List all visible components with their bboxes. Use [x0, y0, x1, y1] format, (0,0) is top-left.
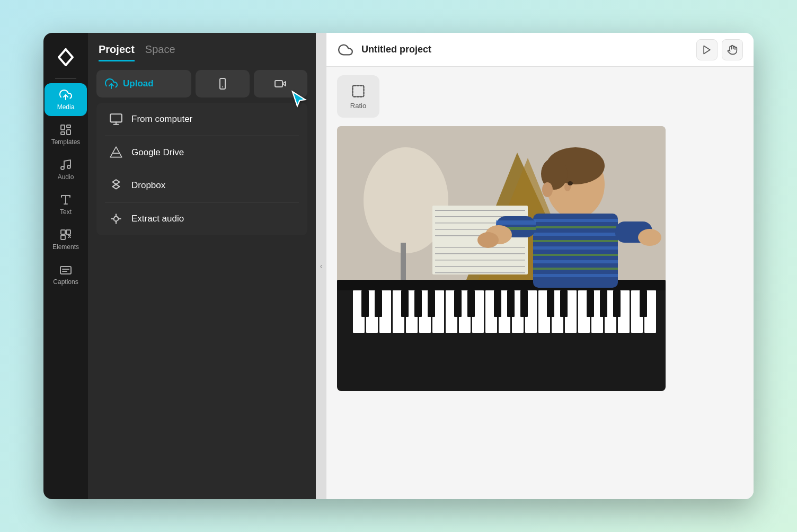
svg-rect-9: [61, 230, 65, 234]
svg-rect-69: [547, 290, 554, 317]
app-container: Media Templates Audio: [43, 33, 754, 499]
cloud-icon: [337, 41, 354, 58]
sidebar-item-text[interactable]: Text: [45, 188, 87, 221]
svg-rect-67: [507, 290, 515, 317]
upload-button-label: Upload: [123, 78, 154, 89]
svg-rect-68: [520, 290, 528, 317]
svg-rect-97: [533, 246, 618, 250]
svg-marker-25: [113, 180, 120, 189]
upload-row: Upload: [96, 70, 307, 97]
svg-marker-23: [110, 147, 122, 157]
play-button[interactable]: [696, 39, 718, 60]
icon-rail: Media Templates Audio: [43, 33, 88, 499]
sidebar-item-elements-label: Elements: [52, 243, 79, 251]
svg-rect-12: [60, 267, 71, 274]
svg-rect-60: [375, 290, 382, 317]
svg-rect-65: [467, 290, 475, 317]
svg-rect-99: [533, 260, 618, 263]
collapse-panel-button[interactable]: ‹: [316, 33, 326, 499]
svg-rect-94: [533, 226, 618, 228]
sidebar-item-media-label: Media: [57, 103, 75, 111]
dropbox-label: Dropbox: [131, 180, 165, 191]
svg-rect-2: [67, 125, 70, 128]
svg-point-26: [114, 217, 119, 221]
editor-header: Untitled project: [326, 33, 754, 67]
sidebar-item-captions[interactable]: Captions: [45, 258, 87, 291]
extract-audio-option[interactable]: Extract audio: [96, 202, 307, 235]
ratio-button[interactable]: Ratio: [337, 75, 379, 118]
upload-dropdown: From computer Google Drive Dropbox: [96, 103, 307, 235]
sidebar-divider: [55, 78, 76, 79]
svg-point-5: [61, 166, 64, 170]
svg-point-108: [638, 229, 661, 246]
svg-rect-82: [435, 253, 525, 254]
dropbox-option[interactable]: Dropbox: [96, 169, 307, 202]
svg-rect-62: [414, 290, 422, 317]
svg-rect-83: [435, 260, 525, 261]
sidebar-item-text-label: Text: [60, 208, 72, 216]
svg-rect-63: [428, 290, 435, 317]
app-logo: [52, 43, 79, 71]
svg-rect-4: [61, 132, 65, 135]
svg-rect-76: [435, 210, 525, 211]
project-title: Untitled project: [361, 44, 689, 55]
from-computer-option[interactable]: From computer: [96, 103, 307, 136]
svg-rect-84: [435, 266, 525, 267]
sidebar-item-templates[interactable]: Templates: [45, 118, 87, 151]
svg-rect-61: [401, 290, 409, 317]
google-drive-label: Google Drive: [131, 147, 184, 158]
svg-marker-27: [704, 46, 710, 54]
svg-rect-74: [640, 290, 647, 317]
svg-rect-73: [613, 290, 621, 317]
ratio-label: Ratio: [350, 102, 366, 110]
sidebar-item-audio-label: Audio: [58, 173, 74, 181]
svg-rect-93: [533, 219, 618, 222]
svg-rect-85: [435, 272, 525, 273]
sidebar-item-templates-label: Templates: [51, 138, 81, 146]
svg-rect-10: [66, 230, 70, 234]
svg-rect-101: [533, 274, 618, 277]
upload-button[interactable]: Upload: [96, 70, 191, 97]
svg-rect-59: [361, 290, 369, 317]
tab-space[interactable]: Space: [145, 43, 175, 61]
sidebar-item-audio[interactable]: Audio: [45, 153, 87, 186]
panel-content: Upload: [88, 61, 316, 246]
svg-point-6: [67, 165, 70, 169]
svg-rect-100: [533, 268, 618, 270]
tab-project[interactable]: Project: [99, 43, 135, 61]
preview-image: [337, 126, 666, 391]
mobile-upload-button[interactable]: [196, 70, 250, 97]
svg-point-91: [542, 182, 553, 197]
sidebar-item-media[interactable]: Media: [45, 83, 87, 116]
google-drive-option[interactable]: Google Drive: [96, 136, 307, 169]
extract-audio-label: Extract audio: [131, 214, 184, 224]
svg-rect-3: [67, 130, 70, 135]
media-panel: Project Space Upload: [88, 33, 316, 499]
svg-rect-71: [587, 290, 594, 317]
svg-rect-64: [454, 290, 462, 317]
svg-rect-70: [560, 290, 568, 317]
svg-rect-98: [533, 254, 618, 256]
svg-rect-31: [401, 243, 406, 285]
hand-tool-button[interactable]: [722, 39, 743, 60]
sidebar-item-elements[interactable]: Elements: [45, 223, 87, 256]
preview-area: [326, 126, 754, 499]
svg-rect-95: [533, 233, 618, 236]
svg-rect-18: [275, 81, 282, 87]
editor-area: Untitled project: [326, 33, 754, 499]
svg-point-106: [477, 232, 499, 248]
svg-rect-96: [533, 240, 618, 242]
ratio-panel: Ratio: [326, 67, 754, 126]
svg-rect-81: [435, 247, 525, 248]
svg-rect-1: [61, 125, 65, 130]
svg-point-90: [568, 181, 573, 185]
panel-tabs: Project Space: [88, 33, 316, 61]
svg-rect-28: [353, 85, 364, 96]
svg-rect-103: [496, 220, 536, 225]
sidebar-item-captions-label: Captions: [53, 278, 78, 286]
from-computer-label: From computer: [131, 114, 192, 125]
svg-rect-72: [600, 290, 607, 317]
svg-rect-11: [61, 235, 65, 240]
header-actions: [696, 39, 743, 60]
svg-rect-66: [494, 290, 501, 317]
